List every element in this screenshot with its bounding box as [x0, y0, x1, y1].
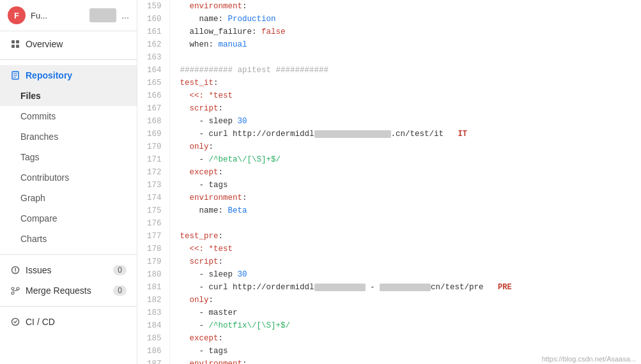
line-code: ########### apitest ########### [169, 64, 641, 77]
table-row: 169 - curl http://ordermiddl.cn/test/it … [137, 128, 641, 140]
line-code: test_it: [169, 77, 641, 89]
line-number: 164 [137, 64, 169, 77]
table-row: 183 - master [137, 307, 641, 319]
sidebar-item-graph[interactable]: Graph [0, 188, 137, 208]
line-code: script: [169, 102, 641, 115]
line-number: 173 [137, 179, 169, 192]
line-code: - sleep 30 [169, 115, 641, 128]
sidebar-item-contributors-label: Contributors [20, 172, 69, 183]
line-number: 180 [137, 268, 169, 281]
line-number: 171 [137, 153, 169, 166]
table-row: 175 name: Beta [137, 204, 641, 217]
line-code: only: [169, 140, 641, 153]
sidebar-item-branches[interactable]: Branches [0, 126, 137, 147]
sidebar-item-charts[interactable]: Charts [0, 229, 137, 249]
line-code: except: [169, 166, 641, 179]
svg-rect-2 [12, 45, 15, 48]
svg-rect-3 [16, 45, 19, 48]
sidebar-item-repository[interactable]: Repository [0, 65, 137, 86]
line-number: 186 [137, 345, 169, 358]
line-code: - curl http://ordermiddl - cn/test/pre P… [169, 281, 641, 294]
line-code: <<: *test [169, 89, 641, 102]
line-number: 176 [137, 217, 169, 230]
sidebar-item-tags[interactable]: Tags [0, 147, 137, 167]
line-number: 184 [137, 319, 169, 332]
sidebar-item-issues[interactable]: Issues 0 [0, 260, 137, 280]
main-content: 159 environment:160 name: Production161 … [137, 0, 641, 364]
sidebar-item-compare[interactable]: Compare [0, 208, 137, 229]
repo-name: Fu... [31, 11, 84, 20]
table-row: 182 only: [137, 294, 641, 307]
overview-icon [10, 39, 20, 49]
line-number: 172 [137, 166, 169, 179]
table-row: 181 - curl http://ordermiddl - cn/test/p… [137, 281, 641, 294]
svg-rect-1 [16, 40, 19, 43]
sidebar-item-cicd[interactable]: CI / CD [0, 312, 137, 332]
line-number: 161 [137, 26, 169, 38]
repo-image [89, 8, 116, 22]
sidebar-item-merge-requests-label: Merge Requests [26, 285, 91, 296]
sidebar-item-tags-label: Tags [20, 152, 40, 162]
table-row: 174 environment: [137, 192, 641, 204]
svg-point-12 [17, 287, 19, 290]
table-row: 164########### apitest ########### [137, 64, 641, 77]
line-code [169, 217, 641, 230]
line-number: 183 [137, 307, 169, 319]
table-row: 172 except: [137, 166, 641, 179]
table-row: 159 environment: [137, 0, 641, 13]
line-code: except: [169, 332, 641, 345]
sidebar: F Fu... ... Overview [0, 0, 137, 364]
table-row: 166 <<: *test [137, 89, 641, 102]
sidebar-item-files[interactable]: Files [0, 86, 137, 106]
svg-point-13 [12, 292, 14, 294]
merge-requests-icon [10, 285, 20, 296]
sidebar-repository-section: Repository Files Commits Branches Tags C… [0, 63, 137, 252]
line-code: - master [169, 307, 641, 319]
line-code: only: [169, 294, 641, 307]
line-number: 174 [137, 192, 169, 204]
table-row: 178 <<: *test [137, 243, 641, 255]
line-number: 162 [137, 38, 169, 51]
sidebar-header: F Fu... ... [0, 0, 137, 31]
line-number: 187 [137, 358, 169, 364]
line-code: test_pre: [169, 230, 641, 243]
table-row: 163 [137, 51, 641, 64]
table-row: 170 only: [137, 140, 641, 153]
line-number: 175 [137, 204, 169, 217]
sidebar-item-cicd-label: CI / CD [26, 317, 55, 327]
code-table: 159 environment:160 name: Production161 … [137, 0, 641, 364]
line-number: 167 [137, 102, 169, 115]
line-number: 178 [137, 243, 169, 255]
table-row: 173 - tags [137, 179, 641, 192]
sidebar-item-branches-label: Branches [20, 132, 58, 142]
sidebar-item-overview[interactable]: Overview [0, 34, 137, 54]
cicd-icon [10, 317, 20, 327]
sidebar-item-issues-label: Issues [26, 265, 51, 275]
line-number: 169 [137, 128, 169, 140]
line-number: 181 [137, 281, 169, 294]
table-row: 167 script: [137, 102, 641, 115]
repository-icon [10, 70, 20, 80]
sidebar-cicd-section: CI / CD [0, 309, 137, 335]
sidebar-item-merge-requests[interactable]: Merge Requests 0 [0, 280, 137, 301]
svg-rect-0 [12, 40, 15, 43]
line-code: environment: [169, 192, 641, 204]
sidebar-item-repository-label: Repository [26, 70, 72, 80]
more-dots[interactable]: ... [121, 10, 129, 20]
line-code: - sleep 30 [169, 268, 641, 281]
sidebar-overview-section: Overview [0, 31, 137, 57]
sidebar-item-compare-label: Compare [20, 213, 58, 224]
table-row: 176 [137, 217, 641, 230]
sidebar-item-overview-label: Overview [26, 39, 63, 49]
table-row: 160 name: Production [137, 13, 641, 26]
line-number: 177 [137, 230, 169, 243]
sidebar-item-commits[interactable]: Commits [0, 106, 137, 126]
sidebar-item-contributors[interactable]: Contributors [0, 167, 137, 188]
code-container[interactable]: 159 environment:160 name: Production161 … [137, 0, 641, 364]
line-code: allow_failure: false [169, 26, 641, 38]
line-number: 163 [137, 51, 169, 64]
svg-point-11 [12, 287, 14, 290]
line-number: 182 [137, 294, 169, 307]
line-number: 159 [137, 0, 169, 13]
table-row: 179 script: [137, 255, 641, 268]
